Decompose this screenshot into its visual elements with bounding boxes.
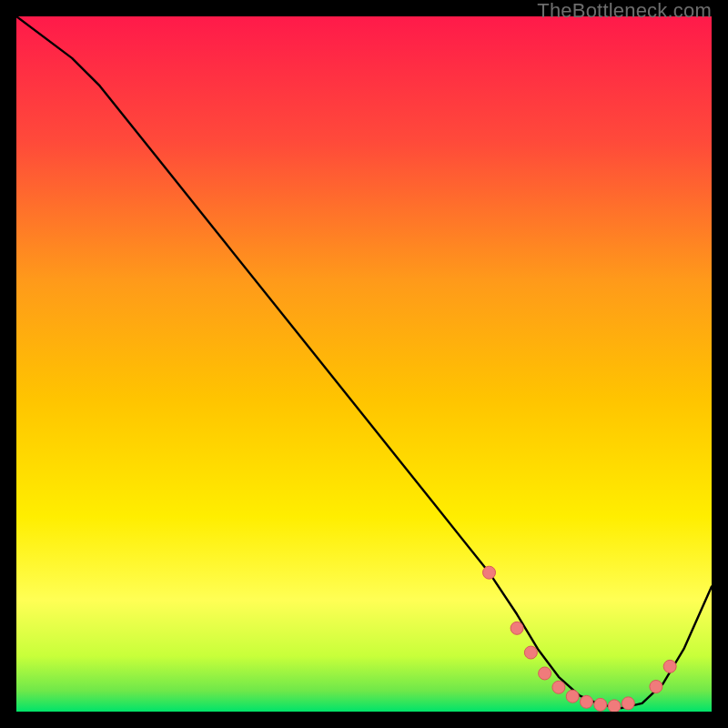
attribution-text: TheBottleneck.com <box>537 0 712 20</box>
gradient-background <box>16 16 712 712</box>
data-marker <box>566 690 579 703</box>
data-marker <box>539 667 551 680</box>
data-marker <box>524 646 537 659</box>
data-marker <box>511 622 523 634</box>
data-marker <box>552 681 565 693</box>
data-marker <box>608 700 621 712</box>
data-marker <box>594 698 607 711</box>
bottleneck-chart <box>16 16 712 712</box>
data-marker <box>483 566 496 579</box>
data-marker <box>663 660 676 672</box>
chart-svg <box>16 16 712 712</box>
data-marker <box>622 697 634 710</box>
data-marker <box>650 681 662 693</box>
data-marker <box>580 695 592 708</box>
